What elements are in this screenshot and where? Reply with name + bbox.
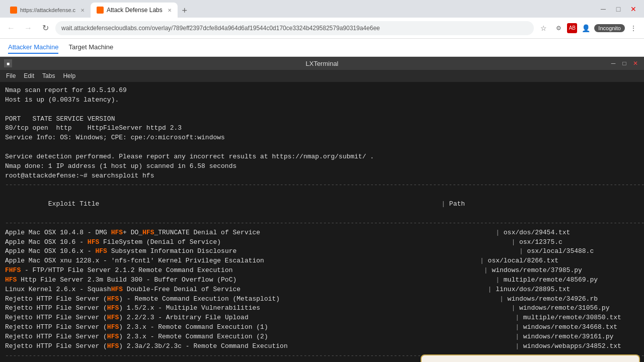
sep2: ----------------------------------------…: [5, 219, 639, 228]
browser-frame: https://attackdefense.com/cha... ✕ Attac…: [0, 0, 644, 362]
menu-tabs[interactable]: Tabs: [42, 72, 55, 79]
service-info: Service Info: OS: Windows; CPE: cpe:/o:m…: [5, 133, 639, 143]
terminal-close[interactable]: ✕: [631, 59, 640, 68]
back-button[interactable]: ←: [4, 21, 18, 35]
profile-icon[interactable]: 👤: [579, 22, 592, 35]
sep1: ----------------------------------------…: [5, 180, 639, 190]
nmap-header: Nmap scan report for 10.5.19.69: [5, 86, 639, 96]
exploit-row-1: Apple Mac OSX 10.4.8 - DMG HFS+ DO_HFS_T…: [5, 228, 639, 238]
incognito-badge[interactable]: Incognito: [594, 24, 625, 32]
terminal-minimize[interactable]: ─: [609, 59, 618, 68]
menu-help[interactable]: Help: [63, 72, 75, 79]
menu-button[interactable]: ⋮: [627, 22, 640, 35]
terminal-menubar: File Edit Tabs Help: [0, 70, 644, 82]
tab1-label: https://attackdefense.com/cha...: [20, 7, 75, 13]
close-button[interactable]: ✕: [627, 3, 640, 16]
extensions-icon[interactable]: ⚙: [552, 22, 565, 35]
terminal-app-icon: ■: [4, 59, 12, 67]
terminal-maximize[interactable]: □: [620, 59, 629, 68]
exploit-row-8: Rejetto HTTP File Server (HFS) - Remote …: [5, 295, 639, 304]
tab2-label: Attack Defense Labs: [107, 7, 163, 14]
col-headers: Exploit Title| Path: [5, 190, 639, 219]
blank1: [5, 105, 639, 115]
tab2-favicon: [97, 7, 104, 14]
exploit-row-3: Apple Mac OSX 10.6.x - HFS Subsystem Inf…: [5, 247, 639, 256]
minimize-button[interactable]: ─: [597, 3, 610, 16]
bookmark-icon[interactable]: ☆: [537, 22, 550, 35]
tab-bar: https://attackdefense.com/cha... ✕ Attac…: [0, 0, 644, 18]
maximize-button[interactable]: □: [612, 3, 625, 16]
tab-2[interactable]: Attack Defense Labs ✕: [91, 3, 178, 18]
attacker-machine-button[interactable]: Attacker Machine: [8, 41, 58, 54]
tab1-favicon: [10, 7, 17, 14]
adblock-icon[interactable]: AB: [567, 23, 577, 33]
nmap-done: Nmap done: 1 IP address (1 host up) scan…: [5, 162, 639, 171]
menu-edit[interactable]: Edit: [24, 72, 34, 79]
terminal-body[interactable]: Nmap scan report for 10.5.19.69 Host is …: [0, 82, 644, 362]
exploit-row-5: FHFS - FTP/HTTP File Server 2.1.2 Remote…: [5, 266, 639, 276]
terminal-titlebar: ■ LXTerminal ─ □ ✕: [0, 57, 644, 70]
url-text: wait.attackdefensecloudlabs.com/overlay/…: [61, 25, 380, 32]
content-area: ■ LXTerminal ─ □ ✕ File Edit Tabs Help N…: [0, 57, 644, 362]
prompt1: root@attackdefense:~# searchsploit hfs: [5, 171, 639, 181]
exploit-row-9: Rejetto HTTP File Server (HFS) 1.5/2.x -…: [5, 304, 639, 313]
tab2-close[interactable]: ✕: [168, 8, 172, 13]
nmap-latency: Host is up (0.0037s latency).: [5, 96, 639, 105]
blank2: [5, 143, 639, 152]
exploit-row-11: Rejetto HTTP File Server (HFS) 2.3.x - R…: [5, 323, 639, 332]
detection-line: Service detection performed. Please repo…: [5, 152, 639, 162]
tab-1[interactable]: https://attackdefense.com/cha... ✕: [4, 3, 91, 18]
address-bar: ← → ↻ wait.attackdefensecloudlabs.com/ov…: [0, 18, 644, 39]
exploit-row-2: Apple Mac OSX 10.6 - HFS FileSystem (Den…: [5, 238, 639, 247]
browser-actions: ☆ ⚙ AB 👤 Incognito ⋮: [537, 22, 640, 35]
tooltip-box: Searching for an exploit and vulnerabili…: [421, 354, 640, 362]
port-line: 80/tcp open http HttpFileServer httpd 2.…: [5, 124, 639, 133]
exploit-row-12: Rejetto HTTP File Server (HFS) 2.3.x - R…: [5, 332, 639, 342]
port-table-header: PORT STATE SERVICE VERSION: [5, 115, 639, 124]
terminal-title: LXTerminal: [305, 60, 338, 67]
forward-button[interactable]: →: [21, 21, 35, 35]
tab1-close[interactable]: ✕: [80, 8, 85, 13]
toolbar: Attacker Machine Target Machine: [0, 39, 644, 57]
refresh-button[interactable]: ↻: [38, 21, 52, 35]
exploit-row-4: Apple Mac OSX xnu 1228.x - 'nfs-fcntl' K…: [5, 256, 639, 266]
exploit-row-10: Rejetto HTTP File Server (HFS) 2.2/2.3 -…: [5, 313, 639, 323]
new-tab-button[interactable]: +: [178, 4, 192, 18]
url-bar[interactable]: wait.attackdefensecloudlabs.com/overlay/…: [55, 21, 534, 35]
terminal-controls: ─ □ ✕: [609, 59, 640, 68]
exploit-row-13: Rejetto HTTP File Server (HFS) 2.3a/2.3b…: [5, 342, 639, 351]
menu-file[interactable]: File: [6, 72, 16, 79]
exploit-row-6: HFS Http File Server 2.3m Build 300 - Bu…: [5, 276, 639, 285]
exploit-row-7: Linux Kernel 2.6.x - SquashHFS Double-Fr…: [5, 285, 639, 295]
terminal-window: ■ LXTerminal ─ □ ✕ File Edit Tabs Help N…: [0, 57, 644, 362]
target-machine-button[interactable]: Target Machine: [68, 41, 113, 54]
